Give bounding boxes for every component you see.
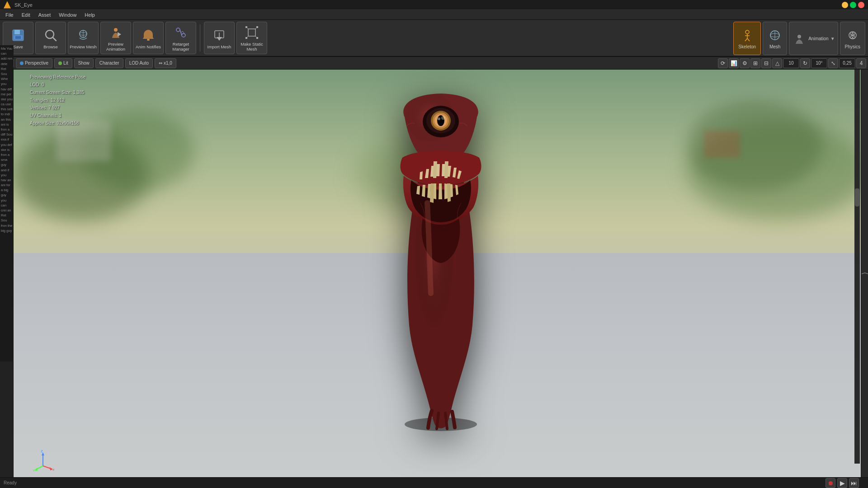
- record-button[interactable]: ⏺: [826, 478, 835, 488]
- lit-label: Lit: [63, 61, 68, 66]
- menu-help[interactable]: Help: [81, 11, 99, 19]
- skeleton-label: Skeleton: [738, 44, 756, 49]
- left-tooltip-panel: Ma You can add ren dele Ret Sou Whe you …: [0, 45, 14, 361]
- lod-button[interactable]: LOD Auto: [125, 58, 153, 68]
- toolbar-separator: [200, 24, 200, 52]
- viewport-grid-btn[interactable]: ⊞: [750, 58, 760, 68]
- svg-point-33: [797, 35, 801, 38]
- lod-label: LOD Auto: [129, 61, 149, 66]
- menu-asset[interactable]: Asset: [35, 11, 55, 19]
- main-area: ◧ ✦ Ma You can add ren dele Ret Sou Whe …: [0, 70, 868, 477]
- skeleton-icon: [740, 28, 755, 42]
- character-button[interactable]: Character: [95, 58, 123, 68]
- play-button[interactable]: ▶: [837, 478, 847, 488]
- skip-forward-icon: ⏭: [851, 479, 857, 487]
- retarget-manager-button[interactable]: Retarget Manager: [165, 22, 196, 54]
- right-panel-tab[interactable]: ⟩: [861, 70, 868, 477]
- import-mesh-label: Import Mesh: [208, 44, 231, 49]
- perspective-dot: [20, 61, 24, 65]
- svg-rect-3: [15, 36, 21, 39]
- mesh-tab[interactable]: Mesh: [763, 22, 787, 55]
- svg-line-29: [747, 38, 750, 41]
- show-button[interactable]: Show: [74, 58, 94, 68]
- axes-indicator: Z X Y: [32, 450, 50, 468]
- viewport-stats-btn[interactable]: 📊: [729, 58, 739, 68]
- svg-rect-21: [245, 26, 247, 28]
- viewport-toolbar: ▼ Perspective Lit Show Character LOD Aut…: [0, 57, 868, 70]
- make-static-mesh-button[interactable]: Make Static Mesh: [236, 22, 267, 54]
- creature-svg: [355, 90, 527, 433]
- viewport-scale-btn[interactable]: ⤡: [828, 58, 838, 68]
- maximize-button[interactable]: [850, 2, 856, 8]
- scale-icon: ⇔: [159, 61, 162, 66]
- viewport-snap-btn[interactable]: △: [772, 58, 782, 68]
- physics-tab[interactable]: Physics: [840, 22, 865, 55]
- record-icon: ⏺: [827, 479, 834, 487]
- lit-button[interactable]: Lit: [54, 58, 72, 68]
- play-icon: ▶: [840, 479, 845, 487]
- svg-point-37: [852, 34, 854, 36]
- scale-button[interactable]: ⇔ x1,0: [155, 58, 176, 68]
- browse-button[interactable]: Browse: [35, 22, 66, 54]
- animation-dropdown-icon[interactable]: ▼: [830, 36, 835, 41]
- viewport-right-controls: ⟳ 📊 ⚙ ⊞ ⊟ △ ↻ ⤡ 4: [718, 58, 866, 68]
- status-bar: Ready ⏺ ▶ ⏭: [0, 477, 868, 488]
- svg-point-45: [438, 117, 440, 120]
- viewport-rot-btn[interactable]: ↻: [800, 58, 810, 68]
- anim-notifies-label: Anim Notifies: [136, 44, 161, 49]
- perspective-button[interactable]: Perspective: [16, 58, 52, 68]
- viewport-realtime-btn[interactable]: ⟳: [718, 58, 728, 68]
- viewport-grid2-btn[interactable]: ⊟: [761, 58, 771, 68]
- svg-text:X: X: [52, 468, 54, 472]
- animation-label: Animation: [808, 36, 828, 41]
- svg-line-28: [745, 38, 747, 41]
- rotation-snap-input[interactable]: [811, 58, 827, 68]
- playback-bar: ⏺ ▶ ⏭: [826, 478, 859, 488]
- close-button[interactable]: [858, 2, 864, 8]
- browse-label: Browse: [43, 44, 58, 49]
- viewport-settings-btn[interactable]: ⚙: [740, 58, 750, 68]
- scale-label: x1,0: [164, 61, 172, 66]
- skeleton-tab[interactable]: Skeleton: [733, 22, 761, 55]
- status-text: Ready: [4, 480, 17, 485]
- preview-mesh-button[interactable]: Preview Mesh: [68, 22, 99, 54]
- menu-window[interactable]: Window: [55, 11, 80, 19]
- svg-point-46: [441, 116, 445, 120]
- preview-animation-icon: [108, 24, 124, 41]
- svg-point-9: [114, 28, 118, 32]
- anim-notifies-button[interactable]: Anim Notifies: [133, 22, 164, 54]
- svg-text:Z: Z: [41, 450, 43, 453]
- save-icon: [10, 27, 26, 43]
- minimize-button[interactable]: [842, 2, 848, 8]
- animation-tab[interactable]: Animation ▼: [789, 22, 838, 55]
- save-label: Save: [13, 44, 23, 49]
- menu-edit[interactable]: Edit: [18, 11, 34, 19]
- browse-icon: [42, 27, 59, 43]
- svg-line-5: [53, 38, 56, 41]
- mesh-label: Mesh: [769, 44, 780, 49]
- menu-file[interactable]: File: [2, 11, 17, 19]
- viewport[interactable]: Previewing Reference Pose LOD: 0 Current…: [14, 70, 868, 477]
- viewport-num-btn[interactable]: 4: [856, 58, 866, 68]
- window-title: SK_Eye: [14, 2, 842, 8]
- window-controls: [842, 2, 864, 8]
- preview-animation-button[interactable]: Preview Animation: [100, 22, 131, 54]
- scale-snap-input[interactable]: [839, 58, 855, 68]
- preview-mesh-label: Preview Mesh: [70, 44, 97, 49]
- svg-rect-10: [147, 39, 150, 41]
- viewport-num-label: 4: [860, 60, 863, 66]
- grid-size-input[interactable]: [783, 58, 799, 68]
- make-static-mesh-label: Make Static Mesh: [238, 42, 266, 52]
- svg-marker-14: [217, 37, 222, 41]
- import-mesh-icon: [211, 27, 227, 43]
- physics-label: Physics: [845, 44, 860, 49]
- make-static-mesh-icon: [244, 24, 260, 41]
- scrollbar-thumb[interactable]: [855, 188, 859, 206]
- anim-notifies-icon: [140, 27, 156, 43]
- import-mesh-button[interactable]: Import Mesh: [204, 22, 235, 54]
- perspective-label: Perspective: [25, 61, 48, 66]
- skip-forward-button[interactable]: ⏭: [849, 478, 859, 488]
- show-label: Show: [78, 61, 90, 66]
- menu-bar: File Edit Asset Window Help: [0, 10, 868, 20]
- viewport-scrollbar[interactable]: [854, 70, 860, 464]
